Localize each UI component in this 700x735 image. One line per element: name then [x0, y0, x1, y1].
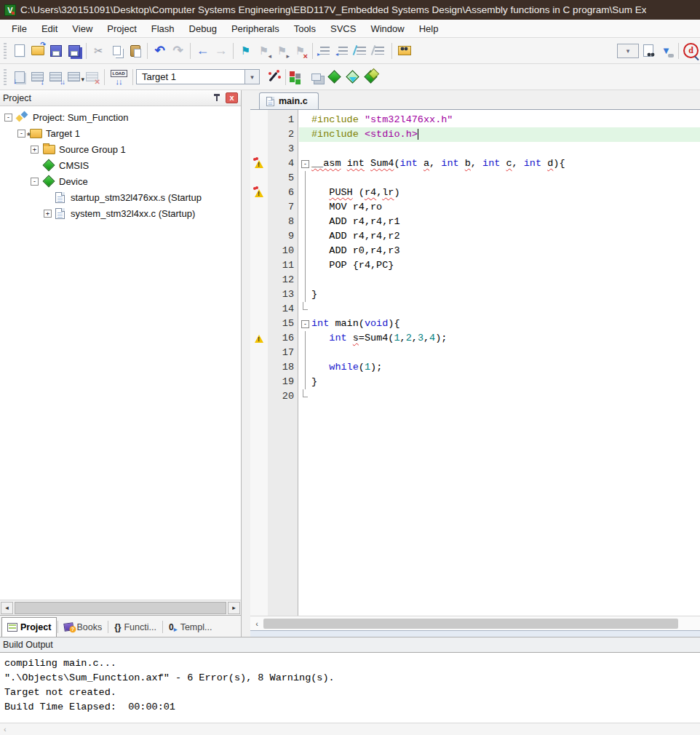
bookmark-previous-icon[interactable]: [255, 41, 273, 60]
code-line-17[interactable]: 17: [250, 346, 700, 360]
scrollbar-thumb[interactable]: [15, 602, 226, 614]
code-line-15[interactable]: 15-int main(void){: [250, 317, 700, 331]
open-file-icon[interactable]: [28, 41, 47, 60]
menu-project[interactable]: Project: [100, 21, 143, 36]
navigate-back-icon[interactable]: [194, 41, 212, 60]
scroll-right-icon[interactable]: ▸: [228, 602, 240, 614]
tree-item-source-group-1[interactable]: +Source Group 1: [0, 141, 241, 157]
code-line-18[interactable]: 18 while(1);: [250, 360, 700, 375]
panel-tab-books[interactable]: Books: [59, 617, 107, 637]
code-line-20[interactable]: 20: [250, 389, 700, 404]
panel-tab-functi[interactable]: Functi...: [109, 617, 162, 637]
code-line-10[interactable]: 10 ADD r0,r4,r3: [250, 244, 700, 258]
scroll-left-icon[interactable]: ‹: [4, 725, 7, 734]
toolbar-grip[interactable]: [4, 43, 7, 59]
bookmark-clear-all-icon[interactable]: [291, 41, 309, 60]
window-tiles-icon[interactable]: [307, 68, 325, 86]
tree-expander-minus[interactable]: -: [4, 114, 12, 122]
panel-tab-project[interactable]: Project: [1, 617, 57, 637]
project-tree-hscrollbar[interactable]: ◂ ▸: [0, 600, 241, 615]
copy-icon[interactable]: [108, 41, 126, 60]
uncomment-icon[interactable]: [370, 41, 389, 60]
download-icon[interactable]: [108, 68, 130, 86]
batch-build-icon[interactable]: [65, 68, 83, 86]
target-select-dropdown-icon[interactable]: [245, 69, 260, 84]
lookup-reference-icon[interactable]: [639, 41, 657, 60]
code-line-13[interactable]: 13}: [250, 287, 700, 302]
editor-hscrollbar[interactable]: ‹: [250, 616, 700, 630]
pack-installer-icon[interactable]: [343, 68, 362, 86]
build-output-hscrollbar[interactable]: ‹: [0, 723, 700, 735]
code-line-7[interactable]: 7 MOV r4,ro: [250, 200, 700, 215]
fold-collapse-icon[interactable]: -: [301, 320, 309, 328]
options-wand-icon[interactable]: [264, 68, 282, 86]
build-output-text[interactable]: compiling main.c...".\Objects\Sum_Functi…: [0, 653, 700, 723]
tree-item-target-1[interactable]: -Target 1: [0, 125, 241, 141]
fold-collapse-icon[interactable]: -: [301, 160, 309, 168]
tree-item-device[interactable]: -Device: [0, 173, 241, 189]
code-line-14[interactable]: 14: [250, 302, 700, 317]
tree-item-system-stm32l4xx-c-startup[interactable]: +system_stm32l4xx.c (Startup): [0, 205, 241, 221]
bookmark-toggle-icon[interactable]: [236, 41, 255, 60]
search-dropdown[interactable]: [617, 44, 639, 58]
code-line-3[interactable]: 3: [250, 142, 700, 156]
stop-build-icon[interactable]: [83, 68, 101, 86]
rebuild-icon[interactable]: [47, 68, 65, 86]
code-line-1[interactable]: 1#include "stm32l476xx.h": [250, 113, 700, 127]
undo-icon[interactable]: [151, 41, 169, 60]
run-time-environment-icon[interactable]: [325, 68, 343, 86]
tree-expander-plus[interactable]: +: [44, 210, 52, 218]
tree-item-startup-stm32l476xx-s-startup[interactable]: startup_stm32l476xx.s (Startup: [0, 189, 241, 205]
scroll-left-icon[interactable]: ‹: [250, 619, 263, 628]
redo-icon[interactable]: [169, 41, 187, 60]
code-line-12[interactable]: 12: [250, 273, 700, 287]
pin-icon[interactable]: [212, 94, 221, 103]
menu-help[interactable]: Help: [412, 21, 446, 36]
code-line-4[interactable]: 4-__asm int Sum4(int a, int b, int c, in…: [250, 156, 700, 171]
menu-peripherals[interactable]: Peripherals: [224, 21, 287, 36]
document-tab-mainc[interactable]: main.c: [259, 92, 319, 109]
scroll-left-icon[interactable]: ◂: [1, 602, 13, 614]
manage-packs-icon[interactable]: [362, 68, 380, 86]
close-icon[interactable]: x: [226, 92, 238, 103]
menu-tools[interactable]: Tools: [287, 21, 323, 36]
translate-icon[interactable]: [10, 68, 28, 86]
tree-expander-minus[interactable]: -: [17, 130, 25, 138]
menu-window[interactable]: Window: [363, 21, 411, 36]
menu-view[interactable]: View: [65, 21, 100, 36]
save-icon[interactable]: [47, 41, 65, 60]
goto-next-icon[interactable]: [657, 41, 675, 60]
navigate-forward-icon[interactable]: [212, 41, 230, 60]
code-line-16[interactable]: 16 int s=Sum4(1,2,3,4);: [250, 331, 700, 346]
code-line-2[interactable]: 2#include <stdio.h>: [250, 127, 700, 142]
bookmark-next-icon[interactable]: [273, 41, 291, 60]
tree-item-project-sum-function[interactable]: -Project: Sum_Function: [0, 109, 241, 125]
menu-svcs[interactable]: SVCS: [323, 21, 363, 36]
menu-edit[interactable]: Edit: [34, 21, 65, 36]
target-select[interactable]: Target 1: [136, 69, 245, 84]
tree-expander-minus[interactable]: -: [31, 178, 39, 186]
code-line-8[interactable]: 8 ADD r4,r4,r1: [250, 215, 700, 229]
code-editor[interactable]: 1#include "stm32l476xx.h"2#include <stdi…: [250, 110, 700, 616]
indent-icon[interactable]: [316, 41, 334, 60]
editor-build-splitter[interactable]: [250, 630, 700, 637]
code-line-11[interactable]: 11 POP {r4,PC}: [250, 258, 700, 273]
menu-file[interactable]: File: [4, 21, 34, 36]
unindent-icon[interactable]: [334, 41, 352, 60]
new-file-icon[interactable]: [10, 41, 28, 60]
save-all-icon[interactable]: [65, 41, 83, 60]
start-stop-debug-session-icon[interactable]: [682, 41, 700, 60]
scrollbar-thumb[interactable]: [263, 619, 678, 629]
cut-icon[interactable]: [90, 41, 108, 60]
manage-project-items-icon[interactable]: [289, 68, 307, 86]
paste-icon[interactable]: [126, 41, 144, 60]
code-line-9[interactable]: 9 ADD r4,r4,r2: [250, 229, 700, 244]
tree-item-cmsis[interactable]: CMSIS: [0, 157, 241, 173]
code-line-5[interactable]: 5: [250, 171, 700, 186]
toolbar-grip[interactable]: [4, 69, 7, 85]
menu-debug[interactable]: Debug: [182, 21, 224, 36]
build-icon[interactable]: [28, 68, 47, 86]
tree-expander-plus[interactable]: +: [31, 146, 39, 154]
comment-icon[interactable]: [352, 41, 370, 60]
menu-flash[interactable]: Flash: [144, 21, 182, 36]
